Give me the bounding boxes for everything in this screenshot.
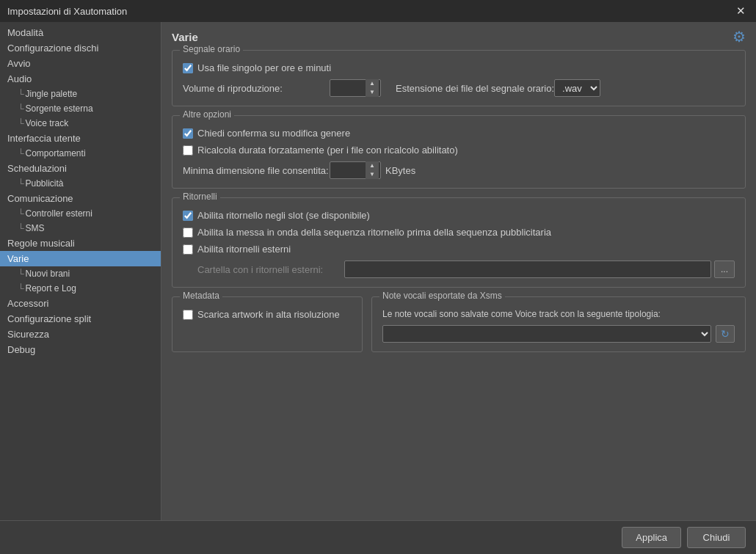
volume-label: Volume di riproduzione: xyxy=(183,83,330,94)
note-vocali-section: Note vocali esportate da Xsms Le note vo… xyxy=(371,296,746,352)
applica-button[interactable]: Applica xyxy=(622,527,681,548)
browse-button: ... xyxy=(714,260,735,278)
estensione-label: Estensione dei file del segnale orario: xyxy=(396,83,554,94)
minima-dim-up-button[interactable]: ▲ xyxy=(366,161,379,170)
kbytes-label: KBytes xyxy=(385,165,415,176)
window-title: Impostazioni di Xautomation xyxy=(7,6,127,17)
scarica-artwork-text: Scarica artwork in alta risoluzione xyxy=(197,309,340,320)
sidebar-item-regole-musicali[interactable]: Regole musicali xyxy=(0,236,161,251)
sidebar-item-modalita[interactable]: Modalità xyxy=(0,25,161,40)
footer: Applica Chiudi xyxy=(0,520,756,554)
sidebar-item-pubblicita[interactable]: └Pubblicità xyxy=(0,176,161,191)
chiedi-conferma-checkbox[interactable] xyxy=(183,128,193,139)
cartella-input xyxy=(344,260,711,278)
ricalcola-checkbox[interactable] xyxy=(183,145,193,156)
altre-opzioni-label: Altre opzioni xyxy=(180,109,234,120)
gear-icon: ⚙ xyxy=(733,28,746,45)
sidebar: ModalitàConfigurazione dischiAvvioAudio└… xyxy=(0,22,161,520)
sidebar-item-audio[interactable]: Audio xyxy=(0,71,161,87)
tree-icon: └ xyxy=(18,103,24,114)
abilita-messa-text: Abilita la messa in onda della sequenza … xyxy=(197,227,551,238)
volume-up-button[interactable]: ▲ xyxy=(366,79,379,88)
minima-dim-label: Minima dimensione file consentita: xyxy=(183,165,330,176)
close-button[interactable]: ✕ xyxy=(733,4,749,18)
page-title: Varie xyxy=(172,31,198,43)
tree-icon: └ xyxy=(18,223,24,233)
altre-opzioni-section: Altre opzioni Chiedi conferma su modific… xyxy=(172,115,746,189)
chiedi-conferma-label[interactable]: Chiedi conferma su modifica genere xyxy=(183,128,350,139)
sidebar-item-nuovi-brani[interactable]: └Nuovi brani xyxy=(0,266,161,281)
window: Impostazioni di Xautomation ✕ ModalitàCo… xyxy=(0,0,756,554)
sidebar-item-accessori[interactable]: Accessori xyxy=(0,296,161,311)
scarica-artwork-label[interactable]: Scarica artwork in alta risoluzione xyxy=(183,309,340,320)
tree-icon: └ xyxy=(18,208,24,219)
usa-file-singolo-text: Usa file singolo per ore e minuti xyxy=(197,62,331,73)
main-panel: Varie ⚙ Segnale orario Usa file singolo … xyxy=(161,22,756,520)
sidebar-item-config-split[interactable]: Configurazione split xyxy=(0,311,161,327)
sidebar-item-avvio[interactable]: Avvio xyxy=(0,56,161,71)
main-content: Segnale orario Usa file singolo per ore … xyxy=(161,50,756,520)
bottom-panels: Metadata Scarica artwork in alta risoluz… xyxy=(172,296,746,361)
sidebar-item-comunicazione[interactable]: Comunicazione xyxy=(0,191,161,206)
cartella-label: Cartella con i ritornelli esterni: xyxy=(197,264,344,275)
sidebar-item-schedulazioni[interactable]: Schedulazioni xyxy=(0,161,161,176)
sidebar-item-jingle-palette[interactable]: └Jingle palette xyxy=(0,87,161,101)
volume-spinbox[interactable]: 180 ▲ ▼ xyxy=(330,79,381,97)
volume-input[interactable]: 180 xyxy=(330,83,366,94)
content-area: ModalitàConfigurazione dischiAvvioAudio└… xyxy=(0,22,756,520)
sidebar-item-sorgente-esterna[interactable]: └Sorgente esterna xyxy=(0,101,161,116)
minima-dim-input[interactable]: 10 xyxy=(330,165,366,176)
abilita-esterni-text: Abilita ritornelli esterni xyxy=(197,244,291,255)
sidebar-item-controller-esterni[interactable]: └Controller esterni xyxy=(0,206,161,221)
note-vocali-label: Note vocali esportate da Xsms xyxy=(379,291,505,301)
segnale-orario-label: Segnale orario xyxy=(180,44,243,54)
note-vocali-dropdown-row: ↻ xyxy=(382,325,735,343)
tree-icon: └ xyxy=(18,118,24,128)
sidebar-item-sicurezza[interactable]: Sicurezza xyxy=(0,327,161,342)
sidebar-item-comportamenti[interactable]: └Comportamenti xyxy=(0,146,161,161)
volume-spinbox-buttons: ▲ ▼ xyxy=(366,79,379,97)
ritornelli-label: Ritornelli xyxy=(180,192,220,202)
main-header: Varie ⚙ xyxy=(161,22,756,50)
usa-file-singolo-checkbox[interactable] xyxy=(183,63,193,73)
tree-icon: └ xyxy=(18,178,24,189)
note-vocali-dropdown[interactable] xyxy=(382,325,711,343)
sidebar-item-debug[interactable]: Debug xyxy=(0,342,161,357)
ricalcola-label[interactable]: Ricalcola durata forzatamente (per i fil… xyxy=(183,145,458,156)
ritornelli-section: Ritornelli Abilita ritornello negli slot… xyxy=(172,197,746,288)
tree-icon: └ xyxy=(18,283,24,294)
sidebar-item-interfaccia-utente[interactable]: Interfaccia utente xyxy=(0,131,161,146)
tree-icon: └ xyxy=(18,269,24,279)
note-vocali-text: Le note vocali sono salvate come Voice t… xyxy=(382,309,735,319)
volume-down-button[interactable]: ▼ xyxy=(366,88,379,97)
chiudi-button[interactable]: Chiudi xyxy=(687,527,746,548)
sidebar-item-voice-track[interactable]: └Voice track xyxy=(0,116,161,131)
sidebar-item-sms[interactable]: └SMS xyxy=(0,221,161,236)
abilita-ritornello-label[interactable]: Abilita ritornello negli slot (se dispon… xyxy=(183,210,370,221)
title-bar: Impostazioni di Xautomation ✕ xyxy=(0,0,756,22)
refresh-button[interactable]: ↻ xyxy=(716,325,735,343)
chiedi-conferma-text: Chiedi conferma su modifica genere xyxy=(197,128,350,139)
abilita-ritornello-checkbox[interactable] xyxy=(183,211,193,221)
segnale-orario-section: Segnale orario Usa file singolo per ore … xyxy=(172,50,746,106)
minima-dim-spinbox-buttons: ▲ ▼ xyxy=(366,161,379,179)
abilita-ritornello-text: Abilita ritornello negli slot (se dispon… xyxy=(197,210,370,221)
sidebar-item-config-dischi[interactable]: Configurazione dischi xyxy=(0,40,161,56)
usa-file-singolo-checkbox-label[interactable]: Usa file singolo per ore e minuti xyxy=(183,62,331,73)
metadata-label: Metadata xyxy=(180,291,222,301)
sidebar-item-report-log[interactable]: └Report e Log xyxy=(0,281,161,296)
abilita-messa-checkbox[interactable] xyxy=(183,227,193,238)
abilita-esterni-label[interactable]: Abilita ritornelli esterni xyxy=(183,244,291,255)
tree-icon: └ xyxy=(18,148,24,158)
tree-icon: └ xyxy=(18,89,24,99)
metadata-section: Metadata Scarica artwork in alta risoluz… xyxy=(172,296,363,352)
minima-dim-down-button[interactable]: ▼ xyxy=(366,170,379,179)
minima-dim-spinbox[interactable]: 10 ▲ ▼ xyxy=(330,161,381,179)
abilita-esterni-checkbox[interactable] xyxy=(183,244,193,255)
scarica-artwork-checkbox[interactable] xyxy=(183,310,193,320)
abilita-messa-label[interactable]: Abilita la messa in onda della sequenza … xyxy=(183,227,551,238)
sidebar-item-varie[interactable]: Varie xyxy=(0,251,161,266)
ricalcola-text: Ricalcola durata forzatamente (per i fil… xyxy=(197,145,458,156)
estensione-select[interactable]: .wav .mp3 .ogg xyxy=(554,79,600,97)
